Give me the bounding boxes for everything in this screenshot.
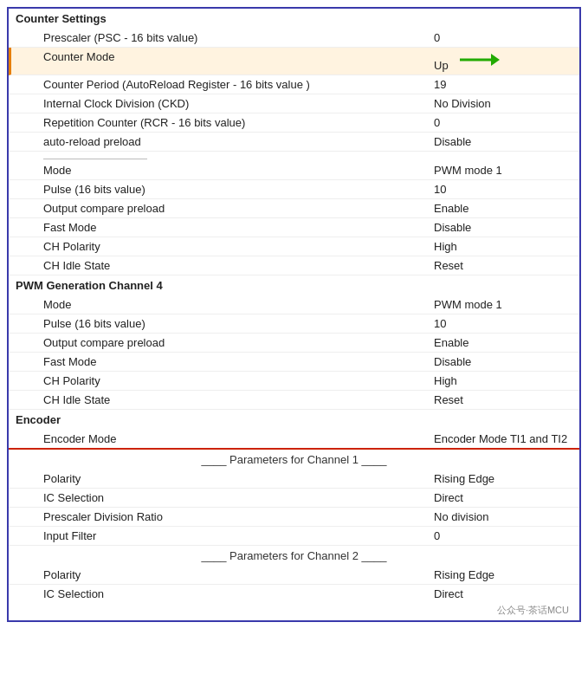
- row-value: 10: [434, 317, 572, 330]
- row-label: IC Selection: [43, 491, 104, 504]
- row-label: Counter Mode: [43, 50, 114, 72]
- table-row: Counter Mode Up: [9, 48, 579, 75]
- bottom-bar: 公众号·茶话MCU: [9, 603, 579, 620]
- row-value: 19: [434, 78, 572, 91]
- encoder-mode-label: Encoder Mode: [43, 432, 117, 445]
- row-value: PWM mode 1: [434, 298, 572, 311]
- arrow-icon: [458, 50, 500, 72]
- row-value: High: [434, 374, 572, 387]
- row-value: Reset: [434, 393, 572, 406]
- row-value: 0: [434, 529, 572, 542]
- encoder-title: Encoder: [9, 410, 579, 430]
- row-value: Direct: [434, 491, 572, 504]
- row-label: CH Idle State: [43, 393, 110, 406]
- row-label: Pulse (16 bits value): [43, 317, 145, 330]
- table-row: IC Selection Direct: [9, 585, 579, 603]
- row-value: Disable: [434, 221, 572, 234]
- table-row: Pulse (16 bits value) 10: [9, 314, 579, 334]
- row-label: Polarity: [43, 472, 81, 485]
- table-row: Polarity Rising Edge: [9, 566, 579, 585]
- row-label: Prescaler Division Ratio: [43, 510, 163, 523]
- table-row: Output compare preload Enable: [9, 334, 579, 353]
- row-label: CH Polarity: [43, 374, 100, 387]
- table-row: Fast Mode Disable: [9, 218, 579, 237]
- channel2-params-header: ____ Parameters for Channel 2 ____: [9, 546, 579, 566]
- row-label: CH Idle State: [43, 259, 110, 272]
- table-row: auto-reload preload Disable: [9, 133, 579, 152]
- table-row: CH Polarity High: [9, 237, 579, 256]
- row-value: Rising Edge: [434, 568, 572, 581]
- row-value: Enable: [434, 202, 572, 215]
- table-row: Internal Clock Division (CKD) No Divisio…: [9, 94, 579, 113]
- row-label: CH Polarity: [43, 240, 100, 253]
- channel1-params-header: ____ Parameters for Channel 1 ____: [9, 450, 579, 470]
- row-label: IC Selection: [43, 587, 104, 600]
- row-label: auto-reload preload: [43, 135, 141, 148]
- row-value: Direct: [434, 587, 572, 600]
- channel1-params-label: ____ Parameters for Channel 1 ____: [202, 453, 387, 466]
- settings-panel: Counter Settings Prescaler (PSC - 16 bit…: [7, 7, 581, 622]
- row-label: Input Filter: [43, 529, 96, 542]
- row-value: Disable: [434, 355, 572, 368]
- table-row: Output compare preload Enable: [9, 199, 579, 218]
- table-row: CH Polarity High: [9, 372, 579, 391]
- row-value: No division: [434, 510, 572, 523]
- row-label: Pulse (16 bits value): [43, 183, 145, 196]
- table-row: Prescaler (PSC - 16 bits value) 0: [9, 29, 579, 48]
- row-value: 0: [434, 116, 572, 129]
- row-label: Mode: [43, 298, 72, 311]
- table-row: Mode PWM mode 1: [9, 295, 579, 314]
- table-row: Prescaler Division Ratio No division: [9, 508, 579, 527]
- table-row: Input Filter 0: [9, 527, 579, 546]
- row-label: Internal Clock Division (CKD): [43, 97, 189, 110]
- table-row: Fast Mode Disable: [9, 353, 579, 372]
- row-label: Polarity: [43, 568, 81, 581]
- row-value: Reset: [434, 259, 572, 272]
- row-label: Fast Mode: [43, 221, 96, 234]
- row-label: Prescaler (PSC - 16 bits value): [43, 31, 197, 44]
- row-value: Up: [434, 50, 572, 72]
- table-row: Counter Period (AutoReload Register - 16…: [9, 75, 579, 94]
- row-value: 0: [434, 31, 572, 44]
- pwm-ch4-title: PWM Generation Channel 4: [9, 275, 579, 295]
- svg-marker-1: [491, 54, 500, 66]
- row-value: Disable: [434, 135, 572, 148]
- table-row: Pulse (16 bits value) 10: [9, 180, 579, 199]
- channel2-params-label: ____ Parameters for Channel 2 ____: [202, 549, 387, 562]
- row-value: Rising Edge: [434, 472, 572, 485]
- row-label: Mode: [43, 164, 72, 177]
- row-value: Enable: [434, 336, 572, 349]
- table-row: IC Selection Direct: [9, 489, 579, 508]
- row-label: Repetition Counter (RCR - 16 bits value): [43, 116, 245, 129]
- table-row: CH Idle State Reset: [9, 391, 579, 410]
- table-row: Polarity Rising Edge: [9, 470, 579, 489]
- watermark: 公众号·茶话MCU: [497, 604, 569, 617]
- row-value: High: [434, 240, 572, 253]
- row-value: No Division: [434, 97, 572, 110]
- row-label: Fast Mode: [43, 355, 96, 368]
- row-label: Output compare preload: [43, 336, 165, 349]
- row-value: 10: [434, 183, 572, 196]
- encoder-mode-value: Encoder Mode TI1 and TI2: [434, 432, 572, 445]
- table-row: Repetition Counter (RCR - 16 bits value)…: [9, 113, 579, 133]
- row-value: PWM mode 1: [434, 164, 572, 177]
- encoder-mode-row: Encoder Mode Encoder Mode TI1 and TI2: [9, 430, 579, 450]
- row-label: Output compare preload: [43, 202, 165, 215]
- row-label: Counter Period (AutoReload Register - 16…: [43, 78, 310, 91]
- table-row: CH Idle State Reset: [9, 256, 579, 275]
- table-row: Mode PWM mode 1: [9, 161, 579, 180]
- counter-settings-title: Counter Settings: [9, 9, 579, 29]
